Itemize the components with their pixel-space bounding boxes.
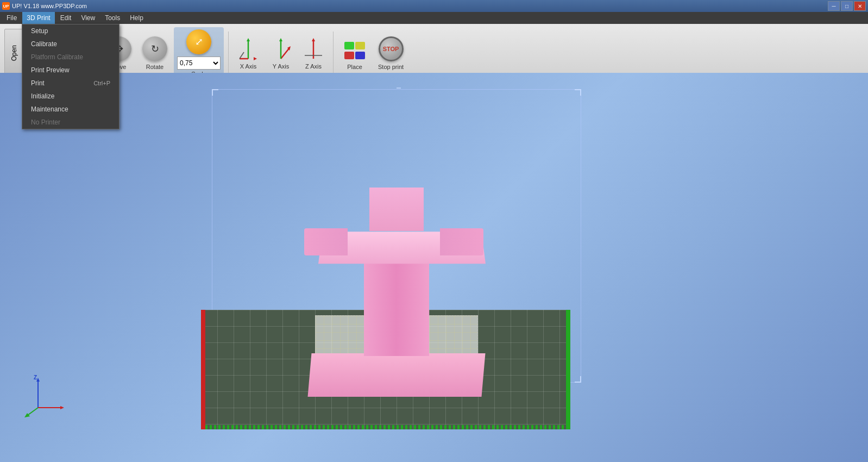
dropdown-item-print-preview[interactable]: Print Preview xyxy=(22,64,119,77)
platform-green-edge xyxy=(566,310,570,429)
svg-rect-15 xyxy=(355,42,365,49)
open-button[interactable]: Open xyxy=(4,29,24,78)
close-button[interactable]: ✕ xyxy=(854,1,866,11)
corner-tr xyxy=(575,89,581,96)
model-arm-right xyxy=(440,228,483,255)
z-axis-button[interactable]: Z Axis xyxy=(298,35,329,72)
axes-svg: Z xyxy=(22,375,65,419)
scale-select[interactable]: 0,75 0,25 0,50 1,00 1,25 1,50 2,00 xyxy=(177,57,221,70)
dropdown-item-print[interactable]: Print Ctrl+P xyxy=(22,77,119,90)
x-axis-button[interactable]: X Axis xyxy=(233,35,263,72)
menu-tools[interactable]: Tools xyxy=(100,12,124,24)
svg-line-5 xyxy=(281,48,290,59)
separator-1 xyxy=(228,32,229,75)
svg-marker-20 xyxy=(60,406,64,409)
corner-br xyxy=(575,376,581,383)
titlebar-left: UP UP! V1.18 www.PP3DP.com xyxy=(2,2,87,10)
model-top-piece xyxy=(369,188,424,231)
x-axis-icon xyxy=(237,37,259,61)
app-logo: UP xyxy=(2,2,10,10)
maximize-button[interactable]: □ xyxy=(841,1,853,11)
mid-top xyxy=(397,88,401,92)
scale-icon: ⤢ xyxy=(186,29,211,54)
platform-red-edge xyxy=(201,310,205,429)
y-axis-icon xyxy=(270,37,292,61)
rotate-button[interactable]: ↻ Rotate xyxy=(138,34,172,72)
menu-3dprint[interactable]: 3D Print xyxy=(22,12,54,24)
dropdown-item-setup[interactable]: Setup xyxy=(22,24,119,38)
stop-print-button[interactable]: STOP Stop print xyxy=(374,34,408,72)
3d-viewport[interactable]: Z xyxy=(0,73,868,462)
platform-green-bottom xyxy=(205,425,566,429)
minimize-button[interactable]: ─ xyxy=(828,1,840,11)
menu-view[interactable]: View xyxy=(77,12,99,24)
svg-marker-8 xyxy=(279,38,282,41)
coordinate-axes: Z xyxy=(22,375,65,419)
y-axis-button[interactable]: Y Axis xyxy=(266,35,296,72)
scale-button[interactable]: ⤢ 0,75 0,25 0,50 1,00 1,25 1,50 2,00 Sca… xyxy=(174,27,224,79)
dropdown-item-maintenance[interactable]: Maintenance xyxy=(22,103,119,116)
titlebar-title: UP! V1.18 www.PP3DP.com xyxy=(12,3,87,9)
svg-marker-10 xyxy=(312,38,315,41)
svg-marker-1 xyxy=(247,38,250,41)
titlebar: UP UP! V1.18 www.PP3DP.com ─ □ ✕ xyxy=(0,0,868,12)
menu-edit[interactable]: Edit xyxy=(56,12,76,24)
dropdown-item-calibrate[interactable]: Calibrate xyxy=(22,38,119,51)
menu-help[interactable]: Help xyxy=(125,12,148,24)
corner-tl xyxy=(212,89,218,96)
svg-marker-3 xyxy=(254,57,257,60)
place-icon xyxy=(342,36,367,61)
model-base-plate xyxy=(308,353,486,397)
rotate-icon: ↻ xyxy=(142,36,167,61)
place-button[interactable]: Place xyxy=(338,34,372,72)
svg-line-4 xyxy=(240,52,244,59)
separator-2 xyxy=(333,32,334,75)
dropdown-item-initialize[interactable]: Initialize xyxy=(22,90,119,103)
model-arm-left xyxy=(304,228,348,255)
svg-rect-13 xyxy=(355,52,365,59)
menubar: File 3D Print Edit View Tools Help xyxy=(0,12,868,24)
stop-icon: STOP xyxy=(379,36,404,61)
3d-model xyxy=(293,168,500,397)
menu-file[interactable]: File xyxy=(2,12,21,24)
dropdown-item-platform-calibrate: Platform Calibrate xyxy=(22,51,119,64)
model-pedestal xyxy=(364,258,429,356)
dropdown-item-no-printer: No Printer xyxy=(22,116,119,129)
dropdown-3dprint-menu: Setup Calibrate Platform Calibrate Print… xyxy=(22,24,119,129)
svg-rect-14 xyxy=(344,42,354,49)
z-axis-icon xyxy=(303,37,324,61)
svg-text:Z: Z xyxy=(34,375,37,380)
titlebar-controls: ─ □ ✕ xyxy=(828,1,866,11)
svg-rect-12 xyxy=(344,52,354,59)
